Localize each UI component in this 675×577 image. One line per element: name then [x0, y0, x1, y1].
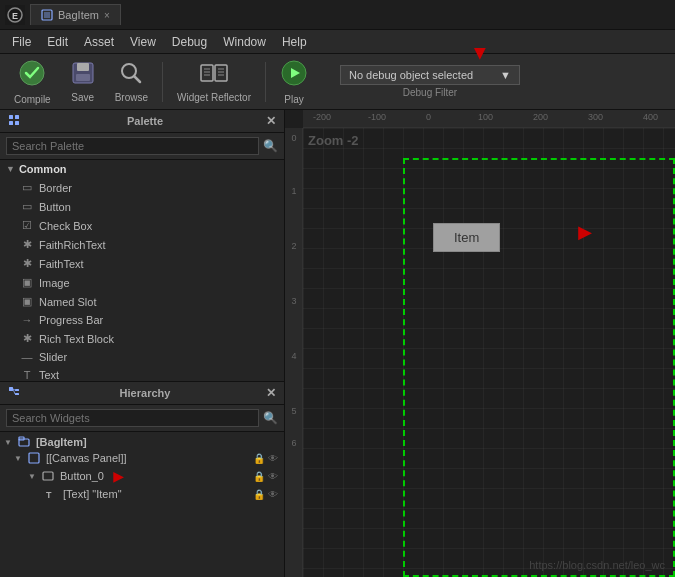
palette-content: ▼ Common ▭ Border ▭ Button ☑ Check Box ✱ — [0, 160, 284, 381]
menu-window[interactable]: Window — [215, 33, 274, 51]
item-widget[interactable]: Item — [433, 223, 500, 252]
palette-close-button[interactable]: ✕ — [266, 114, 276, 128]
right-panel: -200 -100 0 100 200 300 400 0 1 2 3 4 5 … — [285, 110, 675, 577]
palette-item-slider[interactable]: — Slider — [0, 348, 284, 366]
palette-search-input[interactable] — [6, 137, 259, 155]
canvas-grid[interactable]: Zoom -2 Item ◀ https://blog.csdn.net/leo… — [303, 128, 675, 577]
progressbar-icon: → — [20, 314, 34, 326]
tab-close-button[interactable]: × — [104, 10, 110, 21]
richtextblock-icon: ✱ — [20, 332, 34, 345]
svg-rect-11 — [215, 65, 227, 81]
selection-border — [403, 158, 675, 577]
palette-item-namedslot[interactable]: ▣ Named Slot — [0, 292, 284, 311]
text-item-label: [Text] "Item" — [63, 488, 122, 500]
palette-item-richtextblock[interactable]: ✱ Rich Text Block — [0, 329, 284, 348]
palette-item-image[interactable]: ▣ Image — [0, 273, 284, 292]
svg-rect-21 — [15, 115, 19, 119]
slider-icon: — — [20, 351, 34, 363]
palette-item-border-label: Border — [39, 182, 72, 194]
hier-canvas-triangle: ▼ — [14, 454, 22, 463]
hier-button0-triangle: ▼ — [28, 472, 36, 481]
hierarchy-canvas-panel[interactable]: ▼ [[Canvas Panel]] 🔒 👁 — [0, 450, 284, 466]
palette-item-slider-label: Slider — [39, 351, 67, 363]
svg-rect-24 — [9, 387, 13, 391]
browse-button[interactable]: Browse — [109, 57, 154, 107]
hierarchy-text-item[interactable]: T [Text] "Item" 🔒 👁 — [0, 486, 284, 502]
svg-rect-23 — [15, 121, 19, 125]
browse-icon — [119, 61, 143, 90]
menu-asset[interactable]: Asset — [76, 33, 122, 51]
button0-eye-icon[interactable]: 👁 — [268, 471, 278, 482]
widget-reflector-icon — [200, 61, 228, 90]
button0-label: Button_0 — [60, 470, 104, 482]
play-icon — [280, 59, 308, 92]
palette-header: Palette ✕ — [0, 110, 284, 133]
palette-search-row: 🔍 — [0, 133, 284, 160]
namedslot-icon: ▣ — [20, 295, 34, 308]
svg-line-9 — [134, 76, 140, 82]
hierarchy-search-input[interactable] — [6, 409, 259, 427]
play-label: Play — [284, 94, 303, 105]
play-button[interactable]: Play — [274, 55, 314, 109]
canvas-panel-icons: 🔒 👁 — [253, 453, 278, 464]
text-lock-icon[interactable]: 🔒 — [253, 489, 265, 500]
compile-button[interactable]: Compile — [8, 55, 57, 109]
debug-dropdown[interactable]: No debug object selected ▼ — [340, 65, 520, 85]
save-button[interactable]: Save — [63, 57, 103, 107]
ruler-top: -200 -100 0 100 200 300 400 — [303, 110, 675, 128]
text-item-icon: T — [45, 488, 57, 500]
palette-item-faithtext[interactable]: ✱ FaithText — [0, 254, 284, 273]
widget-reflector-button[interactable]: Widget Reflector — [171, 57, 257, 107]
palette-item-namedslot-label: Named Slot — [39, 296, 96, 308]
vruler-4: 4 — [285, 351, 303, 361]
menu-help[interactable]: Help — [274, 33, 315, 51]
menu-debug[interactable]: Debug — [164, 33, 215, 51]
menu-edit[interactable]: Edit — [39, 33, 76, 51]
palette-item-checkbox-label: Check Box — [39, 220, 92, 232]
text-eye-icon[interactable]: 👁 — [268, 489, 278, 500]
palette-item-border[interactable]: ▭ Border — [0, 178, 284, 197]
canvas-panel-label: [[Canvas Panel]] — [46, 452, 127, 464]
svg-text:T: T — [46, 490, 52, 500]
palette-item-progressbar[interactable]: → Progress Bar — [0, 311, 284, 329]
palette-item-image-label: Image — [39, 277, 70, 289]
tab-bagitem[interactable]: BagItem × — [30, 4, 121, 25]
palette-group-triangle: ▼ — [6, 164, 15, 174]
hierarchy-root-item[interactable]: ▼ [BagItem] — [0, 434, 284, 450]
hierarchy-icon — [8, 386, 20, 400]
svg-text:E: E — [12, 11, 18, 21]
svg-rect-6 — [77, 63, 89, 71]
debug-dropdown-text: No debug object selected — [349, 69, 473, 81]
palette-section: Palette ✕ 🔍 ▼ Common ▭ Border ▭ Button — [0, 110, 284, 382]
compile-icon — [18, 59, 46, 92]
svg-rect-20 — [9, 115, 13, 119]
toolbar-separator — [162, 62, 163, 102]
hierarchy-search-icon: 🔍 — [263, 411, 278, 425]
palette-item-faithrichtext[interactable]: ✱ FaithRichText — [0, 235, 284, 254]
svg-rect-25 — [15, 389, 19, 391]
svg-rect-10 — [201, 65, 213, 81]
ruler-tick-0: 0 — [426, 112, 431, 122]
compile-label: Compile — [14, 94, 51, 105]
zoom-label: Zoom -2 — [308, 133, 359, 148]
hierarchy-close-button[interactable]: ✕ — [266, 386, 276, 400]
menu-file[interactable]: File — [4, 33, 39, 51]
palette-item-checkbox[interactable]: ☑ Check Box — [0, 216, 284, 235]
menu-view[interactable]: View — [122, 33, 164, 51]
ruler-tick-100: 100 — [478, 112, 493, 122]
checkbox-icon: ☑ — [20, 219, 34, 232]
hierarchy-button0[interactable]: ▼ Button_0 ◀ 🔒 👁 — [0, 466, 284, 486]
lock-icon[interactable]: 🔒 — [253, 453, 265, 464]
button0-lock-icon[interactable]: 🔒 — [253, 471, 265, 482]
ruler-tick-200: 200 — [533, 112, 548, 122]
image-icon: ▣ — [20, 276, 34, 289]
eye-icon[interactable]: 👁 — [268, 453, 278, 464]
hierarchy-root-icon — [18, 436, 30, 448]
ruler-tick-400: 400 — [643, 112, 658, 122]
text-item-icons: 🔒 👁 — [253, 489, 278, 500]
widget-reflector-label: Widget Reflector — [177, 92, 251, 103]
ruler-tick-n100: -100 — [368, 112, 386, 122]
palette-group-label: Common — [19, 163, 67, 175]
palette-item-text[interactable]: T Text — [0, 366, 284, 381]
palette-item-button[interactable]: ▭ Button — [0, 197, 284, 216]
